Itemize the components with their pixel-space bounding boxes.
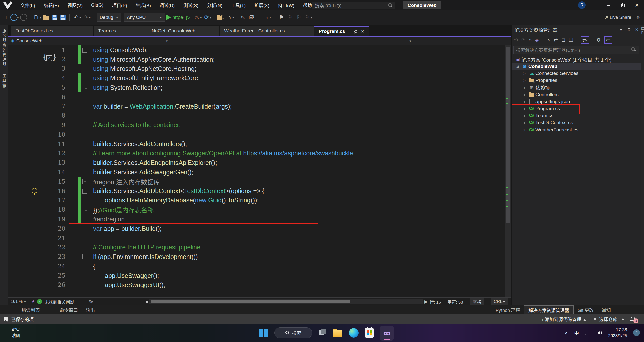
ime-indicator[interactable]: 中 [574,329,579,336]
bookmark-overflow-dropdown[interactable]: ▾ [311,16,312,19]
restart-dropdown[interactable]: ▾ [210,16,212,19]
collapse-arrow-icon[interactable]: ◢ [514,64,521,68]
intellisense-icon[interactable]: ⚡ [31,298,35,305]
microsoft-store-icon[interactable] [365,328,374,338]
code-line[interactable]: 19#endregion [8,215,511,224]
open-file-button[interactable] [42,12,50,22]
volume-icon[interactable] [597,331,602,335]
code-line[interactable]: 5using System.Reflection; [8,83,511,92]
live-share-button[interactable]: ↗ Live Share [604,15,631,20]
solution-node[interactable]: ▣ 解决方案 'ConsoleWeb' (1 个项目, 共 1 个) [512,56,641,63]
code-line[interactable]: 7var builder = WebApplication.CreateBuil… [8,102,511,111]
restart-button[interactable]: ⟳ [202,12,211,22]
home-icon[interactable]: ⌂ [529,37,532,43]
paste-special-button[interactable]: 🗊 [247,12,256,22]
fold-margin[interactable] [81,102,89,111]
browse-home-dropdown[interactable]: ▾ [232,16,234,19]
toggle-bookmark-button[interactable]: ⚑ [277,12,286,22]
eol-indicator[interactable]: CRLF [491,298,508,305]
fold-margin[interactable] [81,167,89,177]
collapse-icon[interactable]: − [82,254,87,259]
code-line[interactable]: 1−using ConsoleWeb; [8,45,511,55]
code-line[interactable]: 18});//Guid是内存表名称 [8,205,511,215]
expand-arrow-icon[interactable]: ▷ [521,128,528,132]
code-editor[interactable]: {↗} 1−using ConsoleWeb;2using Microsoft.… [8,45,511,297]
fold-margin[interactable] [81,120,89,130]
select-repository-button[interactable]: 选择仓库 [593,316,624,322]
fold-margin[interactable] [81,139,89,149]
configuration-dropdown[interactable]: Debug▾ [97,13,121,22]
start-debugging-dropdown[interactable]: ▾ [182,16,184,19]
code-line[interactable]: 22// Configure the HTTP request pipeline… [8,243,511,252]
pin-icon[interactable] [354,30,358,33]
find-in-files-button[interactable] [216,12,225,22]
fold-margin[interactable] [81,215,89,224]
code-cleanup-dropdown[interactable]: ▾ [91,300,93,304]
task-view-button[interactable] [319,329,326,337]
menubar-item[interactable]: 窗口(W) [274,0,299,10]
fold-margin[interactable] [81,158,89,167]
fold-margin[interactable] [81,111,89,120]
menubar-item[interactable]: 编辑(E) [40,0,63,10]
menubar-item[interactable]: Git(G) [87,0,108,10]
tree-item[interactable]: ▷C#TestDbContext.cs [512,119,641,126]
menubar-item[interactable]: 扩展(X) [250,0,274,10]
fold-margin[interactable] [81,262,89,271]
document-tab[interactable]: NuGet: ConsoleWeb [147,26,219,36]
platform-dropdown[interactable]: Any CPU▾ [124,13,165,22]
browse-home-button[interactable]: ⌂ [225,12,233,22]
tree-item[interactable]: ▷⚙Properties [512,77,641,84]
code-line[interactable]: 3using Microsoft.AspNetCore.Hosting; [8,64,511,73]
lightbulb-icon[interactable] [32,188,37,193]
fold-margin[interactable] [81,64,89,73]
tree-item[interactable]: ▷{}appsettings.json [512,98,641,105]
panel-tab[interactable]: Python 环境 [492,307,524,313]
undo-dropdown[interactable]: ▾ [79,16,81,19]
document-tab[interactable]: TestDbContext.cs [11,26,93,36]
tool-window-tab[interactable]: 工具箱 [1,74,7,88]
code-line[interactable]: 24{ [8,262,511,271]
scroll-left-icon[interactable]: ◀ [145,299,148,304]
tree-item[interactable]: ▷☁Connected Services [512,70,641,77]
expand-arrow-icon[interactable]: ▷ [521,78,528,82]
panel-tab[interactable]: ... [44,307,56,313]
collapse-all-icon[interactable]: ⊟ [561,37,565,43]
indent-lines-button[interactable]: ≣ [256,12,265,22]
menubar-item[interactable]: 生成(B) [131,0,155,10]
panel-tab[interactable]: Git 更改 [574,307,598,313]
panel-tab[interactable]: 解决方案资源管理器 [524,305,574,314]
fold-margin[interactable]: − [81,177,89,186]
forward-icon[interactable]: ⟳ [521,37,525,43]
fold-margin[interactable] [81,233,89,243]
back-icon[interactable]: ⟲ [514,37,518,43]
fold-margin[interactable] [81,130,89,139]
start-debugging-button[interactable]: https [166,12,183,22]
menubar-item[interactable]: 项目(P) [108,0,131,10]
scrollbar-thumb[interactable] [151,300,350,303]
spaces-indicator[interactable]: 空格 [470,298,484,306]
expand-arrow-icon[interactable]: ▷ [521,114,528,118]
network-display-icon[interactable] [585,331,591,335]
code-line[interactable]: 10 [8,130,511,139]
tree-item[interactable]: ▷C#WeatherForecast.cs [512,126,641,133]
save-button[interactable] [50,12,59,22]
fold-margin[interactable]: − [81,186,89,196]
code-line[interactable]: 25app.UseSwagger(); [8,271,511,280]
redo-dropdown[interactable]: ▾ [89,16,91,19]
tree-item[interactable]: ▷Controllers [512,91,641,98]
new-project-button[interactable]: 🗋 [32,12,41,22]
editor-vertical-scrollbar[interactable] [505,45,511,297]
chevron-down-icon[interactable]: ▾ [620,27,622,32]
file-explorer-icon[interactable] [333,330,342,337]
pending-changes-filter-icon[interactable]: ◔▾ [546,37,550,43]
start-without-debugging-button[interactable]: ▷ [184,12,193,22]
code-line[interactable]: 2using Microsoft.AspNetCore.Authenticati… [8,55,511,64]
panel-tab[interactable]: 命令窗口 [56,307,82,313]
expand-arrow-icon[interactable]: ▷ [521,100,528,104]
format-document-button[interactable]: ⮐ [265,12,273,22]
copy-icon[interactable]: ❐ [569,37,573,43]
fold-margin[interactable] [81,271,89,280]
clear-bookmarks-button[interactable]: ⚐ [303,12,312,22]
fold-margin[interactable] [81,196,89,205]
panel-tab[interactable]: 错误列表 [18,307,44,313]
